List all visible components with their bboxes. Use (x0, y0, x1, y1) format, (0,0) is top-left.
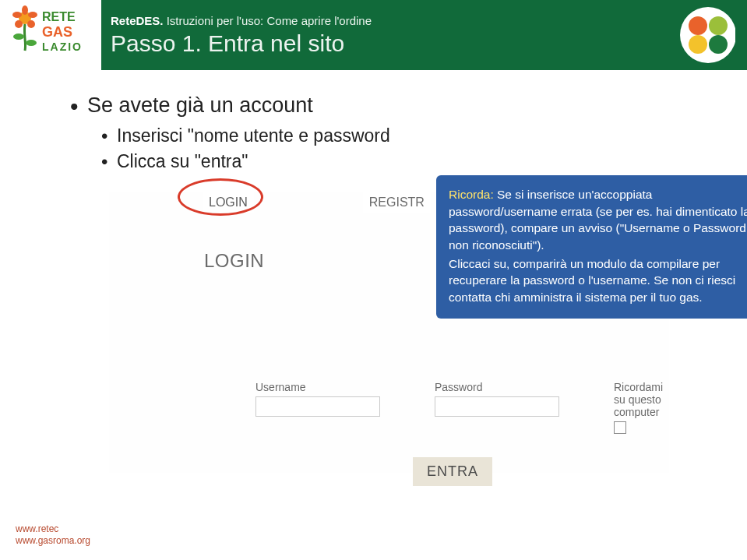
footer-links: www.retec www.gasroma.org (16, 523, 90, 548)
svg-text:LAZIO: LAZIO (42, 41, 83, 53)
footer-link-1: www.retec (16, 523, 90, 536)
password-label: Password (435, 381, 559, 393)
svg-point-4 (27, 20, 35, 28)
entra-button[interactable]: ENTRA (413, 457, 492, 486)
svg-point-16 (709, 35, 728, 54)
header-text-block: ReteDES. Istruzioni per l'uso: Come apri… (101, 0, 654, 70)
content-area: Se avete già un account Inserisci "nome … (0, 70, 747, 473)
retegas-logo-icon: RETE GAS LAZIO (8, 4, 93, 66)
slide-header: RETE GAS LAZIO ReteDES. Istruzioni per l… (0, 0, 747, 70)
svg-point-2 (22, 5, 28, 15)
note-text-1: Se si inserisce un'accoppiata password/u… (449, 188, 747, 252)
page-title: Passo 1. Entra nel sito (111, 30, 644, 57)
login-screenshot: LOGIN REGISTR Ricorda: Se si inserisce u… (109, 192, 669, 473)
bullet-click-entra: Clicca su "entra" (101, 151, 692, 172)
svg-text:GAS: GAS (42, 24, 72, 40)
note-text-2: Cliccaci su, comparirà un modulo da comp… (449, 257, 735, 304)
logo-container: RETE GAS LAZIO (0, 0, 101, 70)
svg-point-5 (15, 20, 23, 28)
svg-point-8 (26, 40, 37, 46)
password-field-group: Password (435, 381, 559, 417)
svg-point-3 (28, 12, 37, 18)
tab-login[interactable]: LOGIN (203, 192, 254, 213)
username-field-group: Username (255, 381, 380, 417)
breadcrumb-rest: Istruzioni per l'uso: Come aprire l'ordi… (164, 14, 372, 27)
bullet-credentials: Inserisci "nome utente e password (101, 125, 692, 146)
remember-group: Ricordami su questo computer (614, 381, 669, 434)
svg-point-12 (680, 7, 735, 63)
svg-point-7 (13, 33, 24, 40)
svg-point-14 (709, 16, 728, 35)
svg-point-15 (689, 35, 707, 54)
bullet-account: Se avete già un account (70, 93, 692, 118)
note-ricorda-label: Ricorda: (449, 188, 494, 201)
svg-point-6 (12, 12, 22, 18)
remember-checkbox[interactable] (614, 421, 626, 434)
breadcrumb: ReteDES. Istruzioni per l'uso: Come apri… (111, 14, 644, 27)
tab-registr[interactable]: REGISTR (363, 192, 431, 213)
remember-label: Ricordami su questo computer (614, 381, 669, 418)
password-input[interactable] (435, 396, 559, 417)
footer-link-2: www.gasroma.org (16, 535, 90, 548)
svg-text:RETE: RETE (42, 10, 76, 23)
username-label: Username (255, 381, 380, 393)
breadcrumb-brand: ReteDES. (111, 14, 164, 27)
svg-point-13 (689, 16, 707, 35)
reminder-note: Ricorda: Se si inserisce un'accoppiata p… (436, 175, 747, 319)
login-form: Username Password Ricordami su questo co… (255, 381, 669, 434)
username-input[interactable] (255, 396, 380, 417)
decorative-orbs-icon (654, 0, 747, 70)
